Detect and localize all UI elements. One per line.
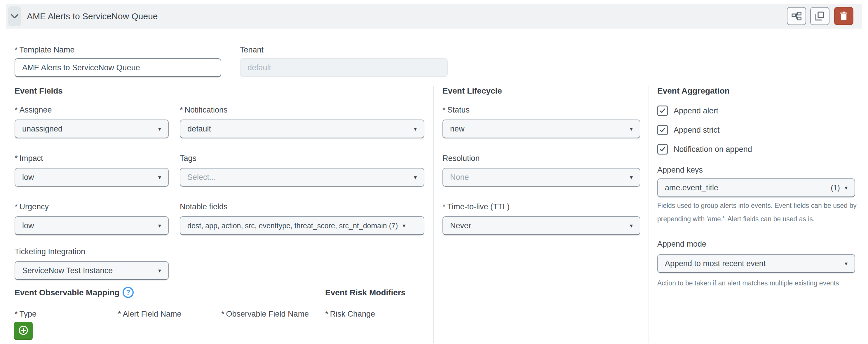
append-strict-label: Append strict bbox=[674, 126, 720, 135]
urgency-label: *Urgency bbox=[14, 202, 49, 211]
event-observable-mapping-heading: Event Observable Mapping bbox=[14, 288, 119, 297]
append-keys-help: Fields used to group alerts into events.… bbox=[657, 199, 858, 226]
notification-on-append-row: Notification on append bbox=[657, 144, 752, 154]
chevron-down-icon bbox=[630, 174, 633, 181]
chevron-down-icon bbox=[11, 14, 19, 19]
panel-title: AME Alerts to ServiceNow Queue bbox=[27, 4, 158, 29]
chevron-down-icon bbox=[158, 267, 161, 274]
tags-select[interactable]: Select... bbox=[180, 168, 424, 186]
duplicate-button[interactable] bbox=[810, 7, 830, 25]
resolution-label: Resolution bbox=[442, 154, 480, 163]
chevron-down-icon bbox=[845, 184, 847, 191]
append-strict-row: Append strict bbox=[657, 125, 720, 135]
tags-label: Tags bbox=[180, 154, 196, 163]
status-select[interactable]: new bbox=[442, 119, 640, 138]
plus-circle-icon bbox=[18, 325, 29, 336]
notification-on-append-checkbox[interactable] bbox=[657, 144, 668, 154]
notable-fields-select[interactable]: dest, app, action, src, eventtype, threa… bbox=[180, 216, 424, 235]
chevron-down-icon bbox=[414, 125, 417, 132]
collapse-button[interactable] bbox=[8, 6, 21, 26]
impact-select[interactable]: low bbox=[14, 168, 169, 186]
append-alert-row: Append alert bbox=[657, 106, 718, 116]
template-name-input[interactable]: AME Alerts to ServiceNow Queue bbox=[14, 58, 221, 77]
append-keys-label: Append keys bbox=[657, 166, 703, 175]
event-lifecycle-heading: Event Lifecycle bbox=[442, 86, 502, 96]
notifications-label: *Notifications bbox=[180, 106, 228, 114]
notable-fields-label: Notable fields bbox=[180, 202, 228, 211]
template-editor-panel: AME Alerts to ServiceNow Queue bbox=[0, 0, 868, 344]
panel-header: AME Alerts to ServiceNow Queue bbox=[6, 4, 862, 29]
append-alert-checkbox[interactable] bbox=[657, 106, 668, 116]
impact-label: *Impact bbox=[14, 154, 43, 163]
event-fields-heading: Event Fields bbox=[14, 86, 63, 96]
chevron-down-icon bbox=[414, 174, 417, 181]
event-aggregation-heading: Event Aggregation bbox=[657, 86, 730, 96]
append-mode-label: Append mode bbox=[657, 240, 706, 249]
column-divider bbox=[433, 86, 434, 343]
trash-icon bbox=[840, 11, 848, 20]
notification-on-append-label: Notification on append bbox=[674, 145, 752, 154]
column-divider bbox=[649, 86, 649, 343]
template-name-value: AME Alerts to ServiceNow Queue bbox=[22, 63, 140, 72]
append-mode-select[interactable]: Append to most recent event bbox=[657, 254, 855, 273]
delete-button[interactable] bbox=[834, 7, 854, 25]
append-mode-help: Action to be taken if an alert matches m… bbox=[657, 276, 865, 290]
chevron-down-icon bbox=[845, 260, 847, 267]
add-mapping-row-button[interactable] bbox=[14, 322, 33, 340]
event-risk-modifiers-heading: Event Risk Modifiers bbox=[325, 288, 405, 297]
ticketing-integration-select[interactable]: ServiceNow Test Instance bbox=[14, 261, 169, 280]
tenant-input: default bbox=[240, 58, 448, 77]
column-header-risk-change: *Risk Change bbox=[325, 310, 375, 319]
ttl-label: *Time-to-live (TTL) bbox=[442, 202, 509, 211]
chevron-down-icon bbox=[630, 125, 633, 132]
help-icon[interactable]: ? bbox=[123, 287, 134, 298]
append-keys-select[interactable]: ame.event_title (1) bbox=[657, 178, 855, 197]
assignee-label: *Assignee bbox=[14, 106, 52, 114]
append-alert-label: Append alert bbox=[674, 106, 718, 115]
status-label: *Status bbox=[442, 106, 470, 114]
chevron-down-icon bbox=[158, 174, 161, 181]
chevron-down-icon bbox=[630, 222, 633, 229]
append-strict-checkbox[interactable] bbox=[657, 125, 668, 135]
resolution-select[interactable]: None bbox=[442, 168, 640, 186]
notifications-select[interactable]: default bbox=[180, 119, 424, 138]
chevron-down-icon bbox=[158, 125, 161, 132]
urgency-select[interactable]: low bbox=[14, 216, 169, 235]
chevron-down-icon bbox=[402, 222, 405, 229]
template-name-label: *Template Name bbox=[14, 45, 75, 55]
ticketing-integration-label: Ticketing Integration bbox=[14, 247, 85, 256]
column-header-alert-field-name: *Alert Field Name bbox=[118, 310, 182, 319]
tenant-label: Tenant bbox=[240, 45, 264, 55]
assignee-select[interactable]: unassigned bbox=[14, 119, 169, 138]
append-keys-count: (1) bbox=[831, 183, 840, 193]
ttl-select[interactable]: Never bbox=[442, 216, 640, 235]
copy-icon bbox=[815, 11, 825, 21]
tree-view-button[interactable] bbox=[787, 7, 806, 25]
sitemap-icon bbox=[792, 12, 802, 21]
column-header-observable-field-name: *Observable Field Name bbox=[221, 310, 309, 319]
column-header-type: *Type bbox=[14, 310, 36, 319]
chevron-down-icon bbox=[158, 222, 161, 229]
tenant-placeholder: default bbox=[248, 63, 271, 72]
